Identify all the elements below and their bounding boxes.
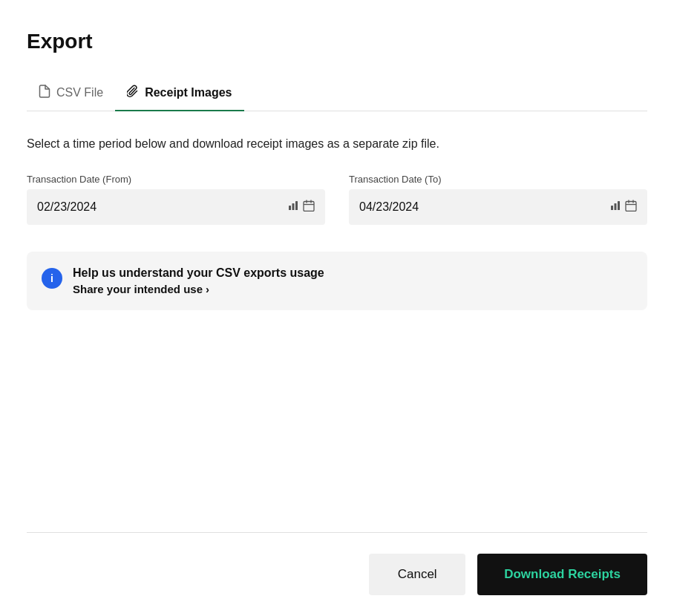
svg-rect-0 xyxy=(289,206,291,210)
modal-body: Select a time period below and download … xyxy=(27,111,647,532)
date-to-value: 04/23/2024 xyxy=(359,200,604,214)
svg-rect-7 xyxy=(626,202,636,212)
svg-rect-1 xyxy=(292,203,295,210)
modal-footer: Cancel Download Receipts xyxy=(27,532,647,616)
date-from-input[interactable]: 02/23/2024 xyxy=(27,189,325,225)
info-content: Help us understand your CSV exports usag… xyxy=(73,266,324,295)
file-icon xyxy=(39,85,50,101)
info-link-arrow: › xyxy=(206,283,209,295)
info-link-label: Share your intended use xyxy=(73,283,203,295)
bar-chart-icon xyxy=(610,200,621,214)
calendar-icon xyxy=(303,200,315,214)
date-row: Transaction Date (From) 02/23/2024 xyxy=(27,174,647,225)
svg-rect-3 xyxy=(304,202,314,212)
date-from-value: 02/23/2024 xyxy=(37,200,282,214)
date-from-label: Transaction Date (From) xyxy=(27,174,325,185)
date-to-field: Transaction Date (To) 04/23/2024 xyxy=(349,174,647,225)
info-box: i Help us understand your CSV exports us… xyxy=(27,252,647,310)
info-title: Help us understand your CSV exports usag… xyxy=(73,266,324,280)
tab-receipt[interactable]: Receipt Images xyxy=(115,76,243,111)
modal-title: Export xyxy=(27,30,647,53)
tab-csv-label: CSV File xyxy=(56,86,103,99)
download-receipts-button[interactable]: Download Receipts xyxy=(477,554,647,595)
svg-rect-2 xyxy=(295,201,298,210)
tab-bar: CSV File Receipt Images xyxy=(27,76,647,111)
date-to-input[interactable]: 04/23/2024 xyxy=(349,189,647,225)
svg-rect-5 xyxy=(615,203,617,210)
paperclip-icon xyxy=(127,85,139,101)
cancel-button[interactable]: Cancel xyxy=(369,554,465,595)
export-modal: Export CSV File Receipt Images Select a … xyxy=(0,0,674,616)
tab-receipt-label: Receipt Images xyxy=(145,86,232,99)
bar-chart-icon xyxy=(288,200,298,214)
description-text: Select a time period below and download … xyxy=(27,135,487,153)
info-icon: i xyxy=(42,268,62,289)
info-link[interactable]: Share your intended use › xyxy=(73,283,324,295)
date-to-label: Transaction Date (To) xyxy=(349,174,647,185)
calendar-icon xyxy=(625,200,637,214)
date-from-field: Transaction Date (From) 02/23/2024 xyxy=(27,174,325,225)
svg-rect-4 xyxy=(611,206,613,210)
svg-rect-6 xyxy=(618,201,620,210)
tab-csv[interactable]: CSV File xyxy=(27,76,115,111)
